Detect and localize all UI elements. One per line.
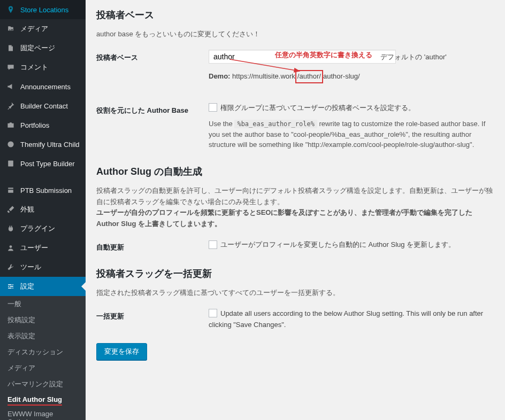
section-author-base-heading: 投稿者ベース: [96, 9, 494, 21]
bulk-update-label: 一括更新: [96, 308, 209, 321]
rewrite-tag-code: %ba_eas_author_role%: [234, 120, 317, 128]
demo-suffix: author-slug/: [323, 72, 360, 80]
sidebar-item-announcements[interactable]: Announcements: [0, 77, 86, 96]
sidebar-item-label: ツール: [20, 262, 41, 272]
sidebar-item-comments[interactable]: コメント: [0, 58, 86, 77]
settings-submenu: 一般 投稿設定 表示設定 ディスカッション メディア パーマリンク設定 Edit…: [0, 296, 86, 420]
ptb-icon: [5, 158, 16, 169]
demo-line: Demo: https://multisite.work/author/auth…: [209, 70, 494, 83]
sidebar-item-pages[interactable]: 固定ページ: [0, 38, 86, 58]
auto-update-checkbox-wrap[interactable]: ユーザーがプロフィールを変更したら自動的に Author Slug を更新します…: [209, 240, 455, 248]
media-icon: [5, 24, 16, 34]
author-base-desc: author base をもっといいものに変更してください！: [96, 29, 494, 40]
bulk-update-checkbox-text: Update all users according to the below …: [209, 309, 483, 329]
main-content: 投稿者ベース author base をもっといいものに変更してください！ 投稿…: [86, 0, 505, 420]
sidebar-item-plugins[interactable]: プラグイン: [0, 219, 86, 238]
pin2-icon: [5, 100, 16, 111]
sidebar-item-label: Announcements: [20, 83, 71, 91]
bulk-desc: 指定された投稿者スラッグ構造に基づいてすべてのユーザーを一括更新する。: [96, 287, 494, 299]
sidebar-item-store-locations[interactable]: Store Locations: [0, 0, 86, 19]
sidebar-item-themify-ultra[interactable]: Themify Ultra Child: [0, 135, 86, 154]
submenu-media[interactable]: メディア: [0, 360, 86, 376]
section-autogen-heading: Author Slug の自動生成: [96, 165, 494, 178]
megaphone-icon: [5, 81, 16, 92]
demo-highlighted-segment: /author/: [295, 70, 323, 83]
submenu-discussion[interactable]: ディスカッション: [0, 344, 86, 360]
submit-icon: [5, 185, 16, 196]
sidebar-item-label: 設定: [20, 282, 34, 291]
sidebar-item-ptb[interactable]: Post Type Builder: [0, 154, 86, 173]
sidebar-item-builder-contact[interactable]: Builder Contact: [0, 96, 86, 115]
sidebar-item-label: メディア: [20, 24, 48, 34]
role-based-checkbox[interactable]: [209, 103, 217, 112]
bulk-update-checkbox-wrap[interactable]: Update all users according to the below …: [209, 309, 483, 329]
submenu-reading[interactable]: 表示設定: [0, 328, 86, 344]
sidebar-item-portfolios[interactable]: Portfolios: [0, 115, 86, 135]
sidebar-item-label: Builder Contact: [20, 102, 68, 110]
submenu-writing[interactable]: 投稿設定: [0, 312, 86, 328]
sidebar-item-label: 外観: [20, 205, 34, 214]
page-icon: [5, 43, 16, 53]
svg-point-0: [9, 28, 10, 29]
sidebar-item-label: 固定ページ: [20, 43, 55, 53]
sidebar-item-label: ユーザー: [20, 243, 48, 253]
submenu-general[interactable]: 一般: [0, 296, 86, 312]
users-icon: [5, 243, 16, 253]
settings-icon: [5, 281, 16, 292]
author-base-label: 投稿者ベース: [96, 50, 209, 63]
autogen-desc: 投稿者スラッグの自動更新を許可し、ユーザー向けにデフォルト投稿者スラッグ構造を設…: [96, 185, 494, 230]
bulk-update-checkbox[interactable]: [209, 309, 217, 317]
annotation-text: 任意の半角英数字に書き換える: [275, 51, 372, 59]
tools-icon: [5, 262, 16, 273]
brush-icon: [5, 204, 16, 215]
submenu-edit-author-slug[interactable]: Edit Author Slug: [7, 394, 62, 406]
sidebar-item-media[interactable]: メディア: [0, 19, 86, 38]
section-bulk-heading: 投稿者スラッグを一括更新: [96, 267, 494, 280]
sidebar-item-label: Themify Ultra Child: [20, 141, 80, 149]
role-based-checkbox-wrap[interactable]: 権限グループに基づいてユーザーの投稿者ベースを設定する。: [209, 104, 415, 112]
sidebar-item-label: Store Locations: [20, 6, 68, 14]
plugin-icon: [5, 223, 16, 234]
sidebar-item-ptb-submission[interactable]: PTB Submission: [0, 181, 86, 200]
submenu-ewww[interactable]: EWWW Image Optimizer: [0, 407, 86, 420]
save-button[interactable]: 変更を保存: [96, 343, 147, 360]
theme-icon: [5, 139, 16, 150]
sidebar-item-label: Portfolios: [20, 121, 49, 129]
sidebar-item-appearance[interactable]: 外観: [0, 200, 86, 219]
auto-update-label: 自動更新: [96, 239, 209, 252]
auto-update-checkbox-text: ユーザーがプロフィールを変更したら自動的に Author Slug を更新します…: [220, 240, 455, 248]
role-based-label: 役割を元にした Author Base: [96, 103, 209, 115]
sidebar-item-label: プラグイン: [20, 224, 55, 234]
sidebar-item-tools[interactable]: ツール: [0, 258, 86, 277]
admin-sidebar: Store Locations メディア 固定ページ コメント Announce…: [0, 0, 86, 420]
pin-icon: [5, 4, 16, 15]
demo-prefix: https://multisite.work: [232, 72, 295, 80]
auto-update-checkbox[interactable]: [209, 240, 217, 249]
sidebar-item-settings[interactable]: 設定: [0, 277, 86, 296]
sidebar-item-label: コメント: [20, 63, 48, 72]
svg-point-3: [10, 245, 12, 248]
role-based-checkbox-text: 権限グループに基づいてユーザーの投稿者ベースを設定する。: [220, 104, 415, 112]
default-note: デフォルトの 'author': [380, 53, 446, 61]
sidebar-item-label: Post Type Builder: [20, 160, 75, 168]
demo-label: Demo:: [209, 72, 230, 80]
sidebar-item-users[interactable]: ユーザー: [0, 238, 86, 258]
sidebar-item-label: PTB Submission: [20, 186, 72, 195]
svg-rect-2: [8, 160, 13, 166]
portfolio-icon: [5, 120, 16, 130]
comment-icon: [5, 62, 16, 73]
submenu-permalinks[interactable]: パーマリンク設定: [0, 376, 86, 392]
svg-point-1: [7, 141, 13, 147]
role-help-text: Use the %ba_eas_author_role% rewrite tag…: [209, 119, 494, 150]
